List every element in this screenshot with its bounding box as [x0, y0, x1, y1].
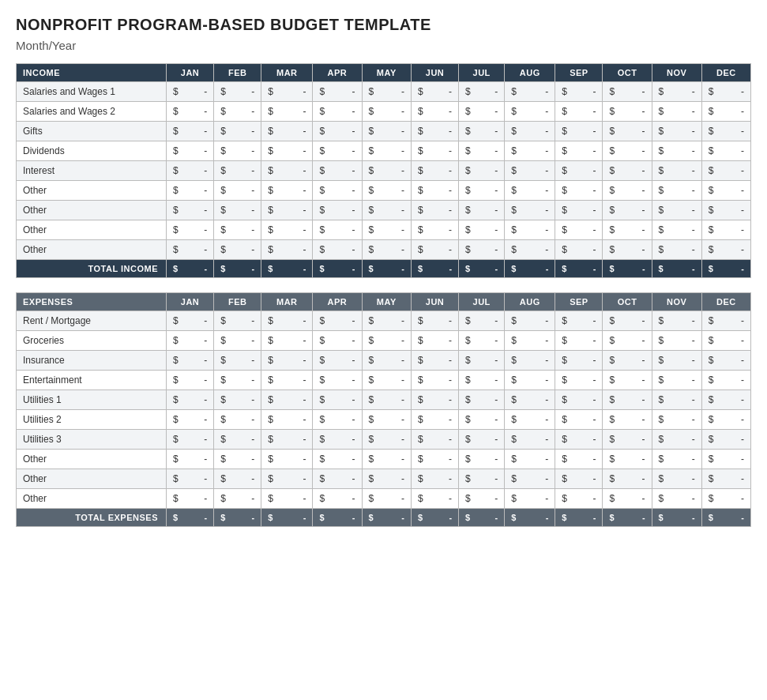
table-cell[interactable]: $-	[362, 410, 411, 430]
table-cell[interactable]: $-	[167, 489, 214, 509]
table-cell[interactable]: $-	[701, 82, 750, 102]
table-cell[interactable]: $-	[603, 410, 652, 430]
table-cell[interactable]: $-	[214, 82, 261, 102]
table-cell[interactable]: $-	[555, 450, 603, 469]
table-cell[interactable]: $-	[313, 450, 362, 469]
table-cell[interactable]: $-	[411, 390, 458, 410]
table-cell[interactable]: $-	[167, 371, 214, 390]
table-cell[interactable]: $-	[261, 331, 313, 351]
table-cell[interactable]: $-	[261, 201, 313, 220]
table-cell[interactable]: $-	[555, 410, 603, 430]
table-cell[interactable]: $-	[214, 161, 261, 181]
table-cell[interactable]: $-	[214, 450, 261, 469]
table-cell[interactable]: $-	[701, 122, 750, 141]
table-cell[interactable]: $-	[261, 489, 313, 509]
table-cell[interactable]: $-	[459, 181, 505, 201]
table-cell[interactable]: $-	[652, 82, 701, 102]
table-cell[interactable]: $-	[362, 450, 411, 469]
table-cell[interactable]: $-	[701, 181, 750, 201]
table-cell[interactable]: $-	[261, 141, 313, 161]
table-cell[interactable]: $-	[411, 201, 458, 220]
table-cell[interactable]: $-	[362, 141, 411, 161]
table-cell[interactable]: $-	[167, 311, 214, 331]
table-cell[interactable]: $-	[214, 181, 261, 201]
table-cell[interactable]: $-	[313, 141, 362, 161]
table-cell[interactable]: $-	[603, 331, 652, 351]
table-cell[interactable]: $-	[313, 331, 362, 351]
table-cell[interactable]: $-	[652, 311, 701, 331]
table-cell[interactable]: $-	[362, 82, 411, 102]
table-cell[interactable]: $-	[701, 410, 750, 430]
table-cell[interactable]: $-	[652, 201, 701, 220]
table-cell[interactable]: $-	[459, 220, 505, 240]
table-cell[interactable]: $-	[261, 430, 313, 450]
table-cell[interactable]: $-	[652, 181, 701, 201]
table-cell[interactable]: $-	[505, 240, 555, 260]
table-cell[interactable]: $-	[555, 122, 603, 141]
table-cell[interactable]: $-	[555, 102, 603, 122]
table-cell[interactable]: $-	[362, 102, 411, 122]
table-cell[interactable]: $-	[313, 351, 362, 371]
table-cell[interactable]: $-	[261, 181, 313, 201]
table-cell[interactable]: $-	[652, 390, 701, 410]
table-cell[interactable]: $-	[459, 161, 505, 181]
table-cell[interactable]: $-	[313, 489, 362, 509]
table-cell[interactable]: $-	[701, 141, 750, 161]
table-cell[interactable]: $-	[505, 371, 555, 390]
table-cell[interactable]: $-	[167, 390, 214, 410]
table-cell[interactable]: $-	[603, 430, 652, 450]
table-cell[interactable]: $-	[411, 430, 458, 450]
table-cell[interactable]: $-	[459, 331, 505, 351]
table-cell[interactable]: $-	[261, 311, 313, 331]
table-cell[interactable]: $-	[167, 351, 214, 371]
table-cell[interactable]: $-	[652, 141, 701, 161]
table-cell[interactable]: $-	[701, 201, 750, 220]
table-cell[interactable]: $-	[214, 331, 261, 351]
table-cell[interactable]: $-	[505, 82, 555, 102]
table-cell[interactable]: $-	[459, 390, 505, 410]
table-cell[interactable]: $-	[505, 469, 555, 489]
table-cell[interactable]: $-	[652, 469, 701, 489]
table-cell[interactable]: $-	[652, 371, 701, 390]
table-cell[interactable]: $-	[313, 122, 362, 141]
table-cell[interactable]: $-	[505, 122, 555, 141]
table-cell[interactable]: $-	[555, 430, 603, 450]
table-cell[interactable]: $-	[555, 141, 603, 161]
table-cell[interactable]: $-	[214, 351, 261, 371]
table-cell[interactable]: $-	[555, 201, 603, 220]
table-cell[interactable]: $-	[652, 430, 701, 450]
table-cell[interactable]: $-	[261, 102, 313, 122]
table-cell[interactable]: $-	[603, 371, 652, 390]
table-cell[interactable]: $-	[214, 122, 261, 141]
table-cell[interactable]: $-	[313, 82, 362, 102]
table-cell[interactable]: $-	[362, 351, 411, 371]
table-cell[interactable]: $-	[652, 489, 701, 509]
table-cell[interactable]: $-	[313, 102, 362, 122]
table-cell[interactable]: $-	[313, 410, 362, 430]
table-cell[interactable]: $-	[555, 311, 603, 331]
table-cell[interactable]: $-	[411, 331, 458, 351]
table-cell[interactable]: $-	[167, 181, 214, 201]
table-cell[interactable]: $-	[555, 390, 603, 410]
table-cell[interactable]: $-	[313, 469, 362, 489]
table-cell[interactable]: $-	[167, 430, 214, 450]
table-cell[interactable]: $-	[459, 82, 505, 102]
table-cell[interactable]: $-	[505, 220, 555, 240]
table-cell[interactable]: $-	[261, 390, 313, 410]
table-cell[interactable]: $-	[362, 181, 411, 201]
table-cell[interactable]: $-	[603, 161, 652, 181]
table-cell[interactable]: $-	[313, 240, 362, 260]
table-cell[interactable]: $-	[261, 371, 313, 390]
table-cell[interactable]: $-	[701, 469, 750, 489]
table-cell[interactable]: $-	[555, 351, 603, 371]
table-cell[interactable]: $-	[459, 240, 505, 260]
table-cell[interactable]: $-	[261, 122, 313, 141]
table-cell[interactable]: $-	[505, 331, 555, 351]
table-cell[interactable]: $-	[261, 220, 313, 240]
table-cell[interactable]: $-	[411, 410, 458, 430]
table-cell[interactable]: $-	[505, 430, 555, 450]
table-cell[interactable]: $-	[411, 82, 458, 102]
table-cell[interactable]: $-	[411, 181, 458, 201]
table-cell[interactable]: $-	[313, 311, 362, 331]
table-cell[interactable]: $-	[167, 469, 214, 489]
